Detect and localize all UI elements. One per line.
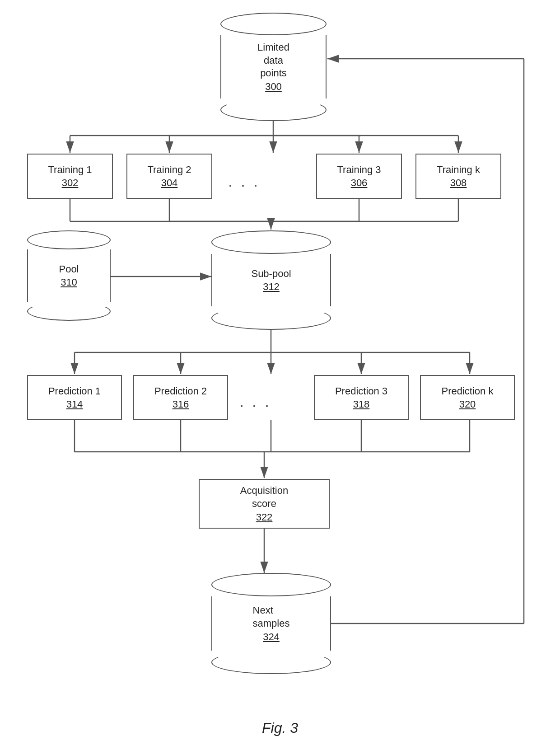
training1-box: Training 1 302 bbox=[27, 154, 113, 199]
subpool-number: 312 bbox=[263, 281, 280, 293]
ellipsis-training: . . . bbox=[228, 172, 260, 191]
limited-data-number: 300 bbox=[265, 81, 282, 93]
limited-data-label: Limited data points bbox=[257, 41, 289, 80]
prediction1-box: Prediction 1 314 bbox=[27, 375, 122, 420]
predictionk-number: 320 bbox=[459, 398, 476, 410]
prediction3-label: Prediction 3 bbox=[335, 385, 387, 398]
training1-label: Training 1 bbox=[48, 164, 92, 177]
diagram: Limited data points 300 Training 1 302 T… bbox=[0, 0, 560, 750]
ellipsis-prediction: . . . bbox=[239, 392, 271, 411]
trainingk-number: 308 bbox=[450, 177, 467, 189]
training2-number: 304 bbox=[161, 177, 178, 189]
training1-number: 302 bbox=[62, 177, 79, 189]
training3-box: Training 3 306 bbox=[316, 154, 402, 199]
pool-number: 310 bbox=[61, 277, 77, 288]
prediction2-box: Prediction 2 316 bbox=[133, 375, 228, 420]
trainingk-label: Training k bbox=[437, 164, 480, 177]
predictionk-box: Prediction k 320 bbox=[420, 375, 515, 420]
prediction1-number: 314 bbox=[66, 398, 83, 410]
subpool-node: Sub-pool 312 bbox=[211, 230, 331, 330]
next-samples-node: Next samples 324 bbox=[211, 573, 331, 674]
training2-box: Training 2 304 bbox=[126, 154, 212, 199]
trainingk-box: Training k 308 bbox=[415, 154, 501, 199]
training3-label: Training 3 bbox=[337, 164, 381, 177]
limited-data-node: Limited data points 300 bbox=[220, 13, 327, 121]
training3-number: 306 bbox=[351, 177, 368, 189]
prediction1-label: Prediction 1 bbox=[48, 385, 101, 398]
acquisition-number: 322 bbox=[256, 511, 273, 523]
prediction2-label: Prediction 2 bbox=[154, 385, 207, 398]
acquisition-box: Acquisition score 322 bbox=[199, 479, 330, 529]
prediction3-number: 318 bbox=[353, 398, 370, 410]
pool-node: Pool 310 bbox=[27, 230, 111, 321]
pool-label: Pool bbox=[59, 263, 79, 276]
prediction3-box: Prediction 3 318 bbox=[314, 375, 409, 420]
predictionk-label: Prediction k bbox=[442, 385, 494, 398]
figure-label: Fig. 3 bbox=[262, 720, 298, 736]
next-samples-label: Next samples bbox=[253, 604, 290, 630]
prediction2-number: 316 bbox=[173, 398, 189, 410]
acquisition-label: Acquisition score bbox=[240, 484, 288, 510]
next-samples-number: 324 bbox=[263, 631, 280, 643]
training2-label: Training 2 bbox=[147, 164, 191, 177]
subpool-label: Sub-pool bbox=[251, 267, 291, 281]
